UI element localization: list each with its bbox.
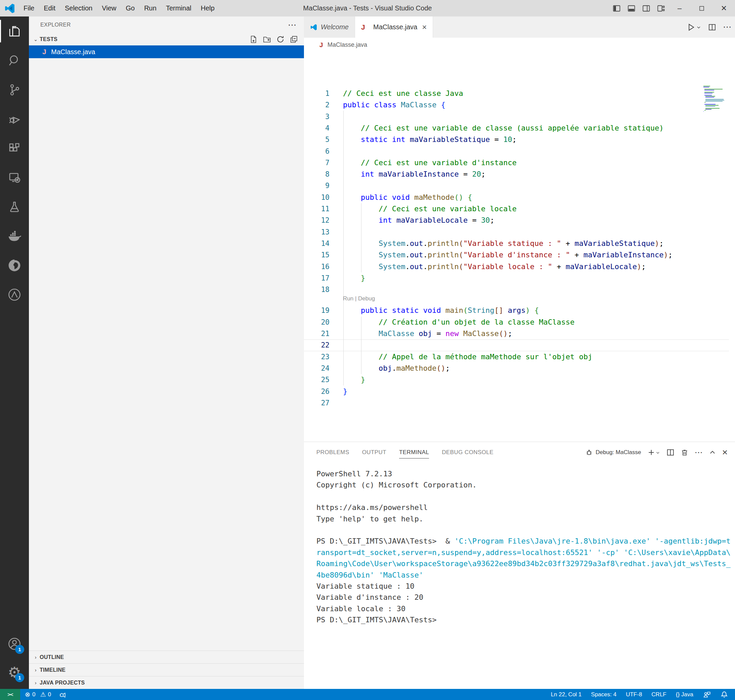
code-token: + — [570, 251, 584, 259]
more-actions-icon[interactable]: ⋯ — [723, 22, 732, 32]
tests-section-header[interactable]: ⌄ TESTS — [29, 33, 304, 46]
panel-tab-terminal[interactable]: TERMINAL — [399, 446, 429, 459]
minimize-button[interactable]: – — [668, 0, 691, 16]
code-text: static int maVariableStatique = 10; — [343, 134, 517, 145]
sidebar-item-edge-tools[interactable] — [0, 251, 29, 280]
terminal-picker[interactable]: Debug: MaClasse — [585, 449, 641, 456]
cursor-position[interactable]: Ln 22, Col 1 — [551, 691, 582, 698]
refresh-icon[interactable] — [276, 35, 285, 43]
sidebar-item-explorer[interactable] — [0, 16, 29, 46]
code-text: System.out.println("Variable statique : … — [343, 238, 664, 249]
sidebar-item-source-control[interactable] — [0, 75, 29, 104]
menu-file[interactable]: File — [19, 0, 39, 16]
accounts-badge: 1 — [15, 645, 24, 654]
sidebar-item-remote-explorer[interactable] — [0, 163, 29, 192]
remote-indicator[interactable]: >< — [0, 689, 20, 700]
search-icon — [7, 53, 22, 68]
code-token: MaClasse — [463, 329, 499, 338]
panel-tab-output[interactable]: OUTPUT — [362, 446, 386, 459]
line-number: 17 — [304, 272, 330, 284]
codelens-run-debug[interactable]: Run | Debug — [343, 296, 375, 305]
menu-terminal[interactable]: Terminal — [161, 0, 196, 16]
collapse-folders-icon[interactable] — [290, 35, 298, 43]
terminal-line: PS D:\_GIT_IMTS\JAVA\Tests> — [316, 614, 728, 625]
docker-icon — [7, 229, 22, 244]
new-terminal-button[interactable] — [647, 449, 660, 456]
toggle-sidebar-icon[interactable] — [609, 0, 624, 16]
menu-go[interactable]: Go — [121, 0, 139, 16]
code-token: // Création d'un objet de la classe MaCl… — [379, 318, 575, 326]
section-java-projects[interactable]: ›JAVA PROJECTS — [29, 676, 304, 689]
maximize-panel-icon[interactable] — [709, 449, 716, 456]
debug-status-icon[interactable] — [59, 691, 67, 699]
menu-edit[interactable]: Edit — [39, 0, 60, 16]
minimap[interactable] — [703, 86, 729, 113]
close-tab-icon[interactable]: × — [422, 22, 427, 32]
section-outline[interactable]: ›OUTLINE — [29, 650, 304, 663]
sidebar-item-run-and-debug[interactable] — [0, 104, 29, 134]
feedback-icon[interactable] — [703, 691, 711, 699]
minimap-line — [704, 90, 714, 91]
line-number: 12 — [304, 215, 330, 226]
problems-status[interactable]: ⊗ 0 ⚠ 0 — [25, 691, 51, 698]
terminal-line: ransport=dt_socket,server=n,suspend=y,ad… — [316, 547, 728, 558]
tab-maclasse[interactable]: J MaClasse.java × — [355, 16, 433, 38]
close-panel-icon[interactable]: × — [722, 449, 728, 456]
terminal-output[interactable]: PowerShell 7.2.13Copyright (c) Microsoft… — [316, 468, 728, 689]
code-token: ; — [659, 239, 664, 247]
tab-welcome[interactable]: Welcome — [304, 16, 355, 38]
encoding[interactable]: UTF-8 — [626, 691, 642, 698]
panel-tab-problems[interactable]: PROBLEMS — [316, 446, 349, 459]
codelens-run-link[interactable]: Run — [343, 296, 354, 302]
code-token: maVariableLocale — [396, 216, 472, 224]
split-terminal-icon[interactable] — [666, 449, 675, 456]
menu-view[interactable]: View — [97, 0, 121, 16]
indentation[interactable]: Spaces: 4 — [591, 691, 617, 698]
sidebar-item-extensions[interactable] — [0, 134, 29, 163]
sidebar-item-docker[interactable] — [0, 221, 29, 251]
terminal-token: '-agentlib:jdwp=t — [655, 537, 731, 545]
toggle-panel-icon[interactable] — [624, 0, 639, 16]
language-mode[interactable]: {} Java — [676, 691, 693, 698]
minimap-line — [706, 100, 724, 101]
code-token: ( — [459, 262, 463, 271]
toggle-secondary-sidebar-icon[interactable] — [639, 0, 654, 16]
code-line: 7 // Ceci est une variable d'instance — [304, 157, 735, 169]
maximize-button[interactable] — [691, 0, 713, 16]
code-token: maVariableStatique — [575, 239, 655, 247]
line-number: 25 — [304, 374, 330, 385]
notifications-bell-icon[interactable] — [720, 691, 728, 699]
new-folder-icon[interactable] — [263, 35, 271, 43]
explorer-more-actions-icon[interactable]: ⋯ — [288, 20, 297, 30]
sidebar-item-testing[interactable] — [0, 192, 29, 221]
line-number: 15 — [304, 249, 330, 261]
menu-run[interactable]: Run — [139, 0, 161, 16]
code-editor[interactable]: Run | Debug 1// Ceci est une classe Java… — [304, 52, 735, 442]
sidebar-item-search[interactable] — [0, 46, 29, 75]
kill-terminal-icon[interactable] — [681, 449, 689, 456]
menu-help[interactable]: Help — [196, 0, 219, 16]
accounts-button[interactable]: 1 — [0, 630, 29, 658]
split-editor-icon[interactable] — [708, 23, 716, 31]
panel-actions: Debug: MaClasse ⋯ × — [585, 448, 735, 457]
code-token: ) — [664, 251, 668, 259]
eol-sequence[interactable]: CRLF — [651, 691, 666, 698]
section-timeline[interactable]: ›TIMELINE — [29, 663, 304, 676]
panel-more-actions-icon[interactable]: ⋯ — [695, 448, 703, 457]
line-number: 23 — [304, 351, 330, 363]
minimap-line — [704, 102, 706, 103]
new-file-icon[interactable] — [249, 35, 258, 43]
customize-layout-icon[interactable] — [654, 0, 668, 16]
sidebar-item-live-preview[interactable] — [0, 280, 29, 309]
code-token: + — [552, 262, 566, 271]
file-item-maclasse[interactable]: J MaClasse.java — [29, 46, 304, 58]
breadcrumb[interactable]: J MaClasse.java — [304, 38, 735, 52]
settings-button[interactable]: ⚙ 1 — [0, 658, 29, 686]
panel-tab-debug-console[interactable]: DEBUG CONSOLE — [442, 446, 494, 459]
vscode-logo-icon — [4, 3, 15, 14]
run-java-button[interactable] — [687, 23, 701, 32]
menu-selection[interactable]: Selection — [60, 0, 97, 16]
codelens-debug-link[interactable]: Debug — [358, 296, 375, 302]
close-window-button[interactable]: ✕ — [713, 0, 735, 16]
code-token: obj — [379, 364, 392, 372]
